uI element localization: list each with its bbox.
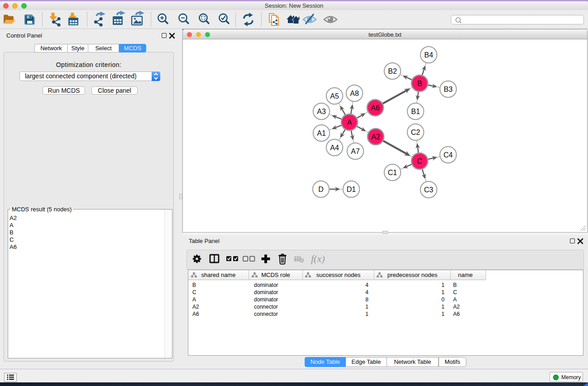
svg-text:f(x): f(x) bbox=[311, 253, 325, 264]
svg-text:B3: B3 bbox=[444, 86, 453, 93]
svg-text:A4: A4 bbox=[330, 144, 339, 152]
svg-text:C1: C1 bbox=[388, 169, 397, 176]
svg-text:D1: D1 bbox=[347, 186, 356, 193]
svg-text:A6: A6 bbox=[371, 104, 380, 112]
svg-text:D: D bbox=[318, 186, 324, 193]
svg-text:A2: A2 bbox=[371, 133, 380, 141]
svg-text:A: A bbox=[347, 119, 352, 126]
svg-text:B4: B4 bbox=[424, 51, 433, 59]
svg-text:B1: B1 bbox=[411, 108, 420, 115]
svg-text:A8: A8 bbox=[350, 90, 359, 97]
svg-text:A1: A1 bbox=[317, 129, 326, 137]
svg-text:A5: A5 bbox=[330, 92, 339, 100]
svg-text:C: C bbox=[417, 157, 422, 165]
svg-text:B: B bbox=[417, 80, 422, 87]
svg-text:A7: A7 bbox=[351, 148, 360, 155]
svg-text:A3: A3 bbox=[317, 108, 326, 115]
svg-text:C2: C2 bbox=[411, 129, 421, 136]
svg-text:C3: C3 bbox=[424, 186, 434, 194]
svg-text:C4: C4 bbox=[444, 151, 453, 159]
svg-text:B2: B2 bbox=[388, 67, 397, 75]
